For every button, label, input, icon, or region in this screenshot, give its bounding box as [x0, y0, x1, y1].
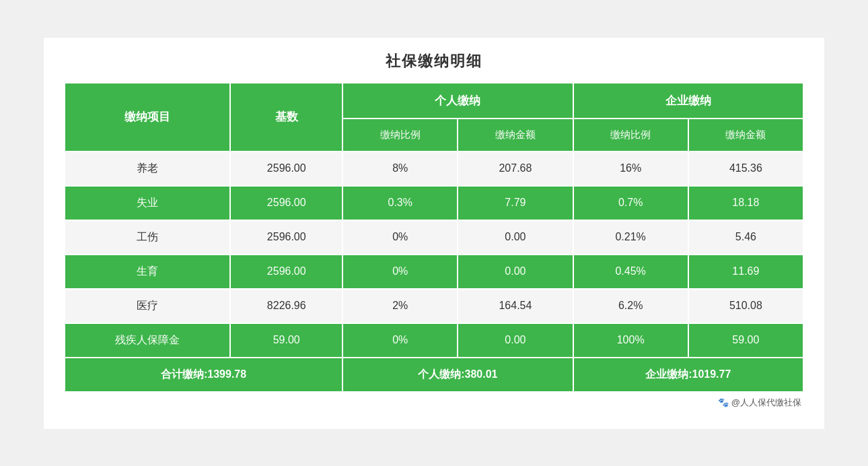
- table-row: 工伤2596.000%0.000.21%5.46: [65, 220, 803, 255]
- table-row: 生育2596.000%0.000.45%11.69: [65, 255, 803, 289]
- social-insurance-table: 缴纳项目 基数 个人缴纳 企业缴纳 缴纳比例 缴纳金额 缴纳比例 缴纳金额 养老…: [64, 82, 804, 393]
- main-container: 社保缴纳明细 缴纳项目 基数 个人缴纳 企业缴纳 缴纳比例 缴纳金额 缴纳比例 …: [44, 38, 824, 429]
- col-personal-header: 个人缴纳: [342, 83, 573, 119]
- page-title: 社保缴纳明细: [64, 51, 804, 71]
- item-cell: 工伤: [65, 220, 230, 255]
- p-ratio-header: 缴纳比例: [342, 119, 458, 152]
- base-cell: 2596.00: [230, 220, 342, 255]
- e-amount-cell: 415.36: [688, 152, 803, 186]
- e-ratio-cell: 6.2%: [573, 289, 688, 323]
- footer-personal: 个人缴纳:380.01: [342, 358, 573, 392]
- p-amount-cell: 0.00: [458, 255, 573, 289]
- e-ratio-header: 缴纳比例: [573, 119, 688, 152]
- table-row: 失业2596.000.3%7.790.7%18.18: [65, 186, 803, 220]
- footer-enterprise: 企业缴纳:1019.77: [573, 358, 803, 392]
- table-row: 残疾人保障金59.000%0.00100%59.00: [65, 323, 803, 358]
- e-ratio-cell: 100%: [573, 323, 688, 358]
- table-body: 养老2596.008%207.6816%415.36失业2596.000.3%7…: [65, 152, 803, 358]
- col-base-header: 基数: [230, 83, 342, 152]
- e-amount-cell: 5.46: [688, 220, 803, 255]
- item-cell: 失业: [65, 186, 230, 220]
- e-ratio-cell: 16%: [573, 152, 688, 186]
- e-amount-cell: 18.18: [688, 186, 803, 220]
- p-amount-cell: 0.00: [458, 323, 573, 358]
- base-cell: 59.00: [230, 323, 342, 358]
- base-cell: 2596.00: [230, 152, 342, 186]
- footer-total: 合计缴纳:1399.78: [65, 358, 342, 392]
- base-cell: 8226.96: [230, 289, 342, 323]
- p-ratio-cell: 8%: [342, 152, 458, 186]
- table-footer: 合计缴纳:1399.78 个人缴纳:380.01 企业缴纳:1019.77: [65, 358, 803, 392]
- e-amount-cell: 59.00: [688, 323, 803, 358]
- footer-row: 合计缴纳:1399.78 个人缴纳:380.01 企业缴纳:1019.77: [65, 358, 803, 392]
- table-row: 养老2596.008%207.6816%415.36: [65, 152, 803, 186]
- p-amount-header: 缴纳金额: [458, 119, 573, 152]
- p-ratio-cell: 2%: [342, 289, 458, 323]
- table-row: 医疗8226.962%164.546.2%510.08: [65, 289, 803, 323]
- base-cell: 2596.00: [230, 255, 342, 289]
- header-top-row: 缴纳项目 基数 个人缴纳 企业缴纳: [65, 83, 803, 119]
- e-amount-cell: 11.69: [688, 255, 803, 289]
- item-cell: 生育: [65, 255, 230, 289]
- e-ratio-cell: 0.45%: [573, 255, 688, 289]
- e-amount-cell: 510.08: [688, 289, 803, 323]
- e-ratio-cell: 0.7%: [573, 186, 688, 220]
- item-cell: 医疗: [65, 289, 230, 323]
- p-ratio-cell: 0%: [342, 220, 458, 255]
- base-cell: 2596.00: [230, 186, 342, 220]
- col-item-header: 缴纳项目: [65, 83, 230, 152]
- p-ratio-cell: 0%: [342, 323, 458, 358]
- p-ratio-cell: 0.3%: [342, 186, 458, 220]
- p-amount-cell: 7.79: [458, 186, 573, 220]
- p-ratio-cell: 0%: [342, 255, 458, 289]
- col-enterprise-header: 企业缴纳: [573, 83, 803, 119]
- watermark: 🐾 @人人保代缴社保: [64, 397, 804, 409]
- p-amount-cell: 0.00: [458, 220, 573, 255]
- e-amount-header: 缴纳金额: [688, 119, 803, 152]
- e-ratio-cell: 0.21%: [573, 220, 688, 255]
- p-amount-cell: 207.68: [458, 152, 573, 186]
- item-cell: 养老: [65, 152, 230, 186]
- p-amount-cell: 164.54: [458, 289, 573, 323]
- item-cell: 残疾人保障金: [65, 323, 230, 358]
